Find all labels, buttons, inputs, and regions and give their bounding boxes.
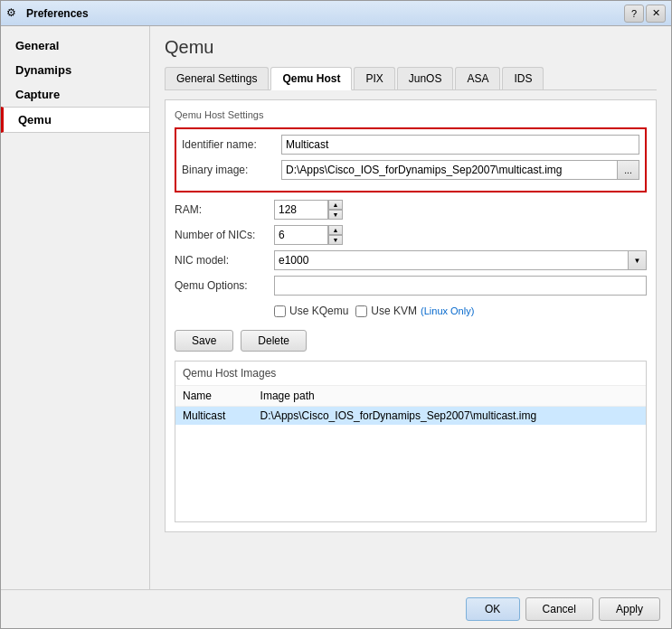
qemu-options-label: Qemu Options: [175,279,274,292]
apply-button[interactable]: Apply [599,597,660,621]
images-table: Name Image path Mult [175,386,646,425]
table-row[interactable]: Multicast D:\Apps\Cisco_IOS_forDynamips_… [175,407,646,426]
section-title: Qemu Host Settings [175,109,647,120]
nic-model-label: NIC model: [175,254,274,267]
tab-asa[interactable]: ASA [455,67,500,89]
tab-junos[interactable]: JunOS [397,67,454,89]
main-content: Qemu General Settings Qemu Host PIX JunO… [150,26,671,589]
use-kqemu-checkbox[interactable] [274,305,286,317]
qemu-options-row: Qemu Options: [175,276,647,296]
ram-spin-up[interactable]: ▲ [328,200,343,210]
sidebar-item-general[interactable]: General [1,33,149,58]
delete-button[interactable]: Delete [241,330,307,352]
column-image-path: Image path [253,386,646,407]
images-table-wrapper: Name Image path Mult [175,386,646,521]
nics-row: Number of NICs: ▲ ▼ [175,225,647,245]
tab-pix[interactable]: PIX [354,67,394,89]
binary-image-label: Binary image: [182,164,281,176]
qemu-options-input[interactable] [274,276,647,296]
checkbox-row: Use KQemu Use KVM (Linux Only) [274,301,647,321]
close-button[interactable]: ✕ [646,5,666,23]
ok-button[interactable]: OK [466,597,520,621]
tab-general-settings[interactable]: General Settings [165,67,269,89]
use-kqemu-label: Use KQemu [289,305,348,317]
sidebar-item-capture[interactable]: Capture [1,82,149,107]
nics-spinbox: ▲ ▼ [274,225,343,245]
title-bar-buttons: ? ✕ [624,5,666,23]
window-body: General Dynamips Capture Qemu Qemu Gener… [1,26,671,589]
preferences-window: ⚙ Preferences ? ✕ General Dynamips Captu… [0,0,672,629]
cancel-button[interactable]: Cancel [525,597,593,621]
ram-label: RAM: [175,203,274,216]
app-icon: ⚙ [6,6,21,21]
column-name: Name [175,386,253,407]
page-title: Qemu [165,37,657,58]
tab-ids[interactable]: IDS [502,67,544,89]
use-kvm-label: Use KVM [371,305,417,317]
sidebar-item-qemu[interactable]: Qemu [1,107,149,133]
row-name: Multicast [175,407,253,426]
nics-label: Number of NICs: [175,229,274,241]
sidebar: General Dynamips Capture Qemu [1,26,150,589]
save-button[interactable]: Save [175,330,233,352]
nics-spin-down[interactable]: ▼ [328,235,343,245]
help-button[interactable]: ? [624,5,644,23]
nic-model-select[interactable]: e1000 rtl8139 virtio ne2k_pci [274,250,629,270]
nic-model-dropdown-arrow-icon: ▼ [629,250,647,270]
highlighted-settings-box: Identifier name: Binary image: ... [175,127,647,192]
identifier-name-row: Identifier name: [182,135,639,155]
ram-row: RAM: ▲ ▼ [175,200,647,220]
kvm-note: (Linux Only) [421,305,474,316]
binary-image-wrapper: ... [281,160,639,180]
identifier-name-label: Identifier name: [182,138,281,151]
title-bar: ⚙ Preferences ? ✕ [1,1,671,26]
settings-panel: Qemu Host Settings Identifier name: Bina… [165,99,657,532]
nics-spin-buttons: ▲ ▼ [328,225,343,245]
nic-model-row: NIC model: e1000 rtl8139 virtio ne2k_pci… [175,250,647,270]
images-section: Qemu Host Images Name Image path [175,361,647,522]
window-title: Preferences [26,7,624,20]
use-kvm-checkbox-item[interactable]: Use KVM (Linux Only) [355,305,474,317]
nics-input[interactable] [274,225,328,245]
identifier-name-input[interactable] [281,135,639,155]
ram-input[interactable] [274,200,328,220]
ram-spin-down[interactable]: ▼ [328,210,343,220]
tabs-bar: General Settings Qemu Host PIX JunOS ASA… [165,67,657,90]
binary-image-row: Binary image: ... [182,160,639,180]
binary-image-input[interactable] [281,160,618,180]
nics-spin-up[interactable]: ▲ [328,225,343,235]
images-section-title: Qemu Host Images [175,361,646,386]
use-kqemu-checkbox-item[interactable]: Use KQemu [274,305,348,317]
ram-spinbox: ▲ ▼ [274,200,343,220]
browse-button[interactable]: ... [618,160,639,180]
use-kvm-checkbox[interactable] [355,305,367,317]
tab-qemu-host[interactable]: Qemu Host [270,67,352,90]
save-delete-row: Save Delete [175,330,647,352]
footer: OK Cancel Apply [1,589,671,628]
row-image-path: D:\Apps\Cisco_IOS_forDynamips_Sep2007\mu… [253,407,646,426]
ram-spin-buttons: ▲ ▼ [328,200,343,220]
nic-model-select-wrapper: e1000 rtl8139 virtio ne2k_pci ▼ [274,250,647,270]
sidebar-item-dynamips[interactable]: Dynamips [1,58,149,82]
